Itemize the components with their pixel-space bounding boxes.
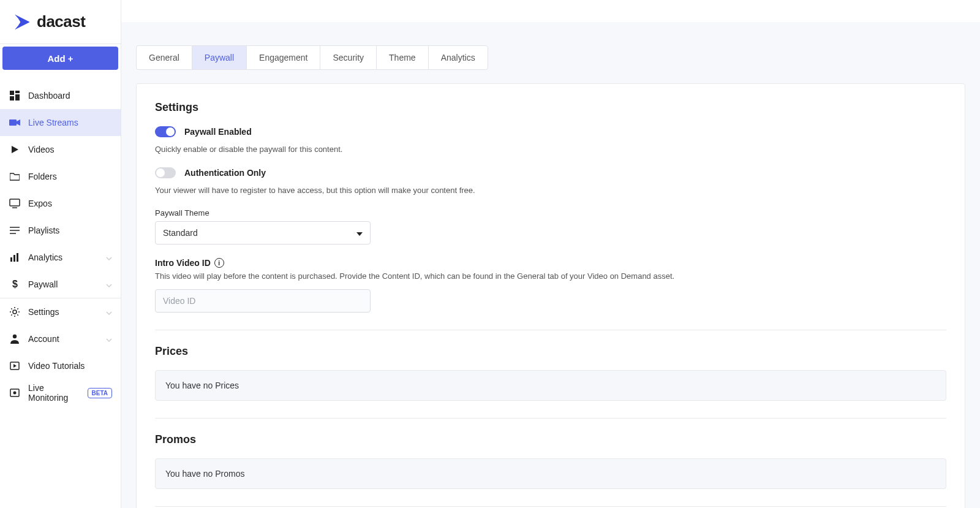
sidebar-item-folders[interactable]: Folders xyxy=(0,163,121,190)
svg-rect-0 xyxy=(10,91,14,95)
sidebar-item-settings[interactable]: Settings xyxy=(0,298,121,325)
sidebar-item-video-tutorials[interactable]: Video Tutorials xyxy=(0,352,121,379)
intro-video-input[interactable] xyxy=(155,289,371,313)
sidebar-item-label: Live Monitoring xyxy=(28,383,83,403)
sidebar-item-label: Expos xyxy=(28,199,112,208)
brand-logo[interactable]: dacast xyxy=(0,0,121,44)
sidebar-item-label: Paywall xyxy=(28,279,106,289)
auth-only-hint: Your viewer will have to register to hav… xyxy=(155,186,946,195)
sidebar-item-label: Videos xyxy=(28,145,112,154)
svg-rect-10 xyxy=(10,257,12,262)
svg-point-15 xyxy=(13,335,17,338)
tab-paywall[interactable]: Paywall xyxy=(192,46,247,69)
sidebar-item-label: Account xyxy=(28,334,106,344)
paywall-enabled-hint: Quickly enable or disable the paywall fo… xyxy=(155,145,946,154)
folder-icon xyxy=(9,170,21,183)
promos-heading: Promos xyxy=(155,433,946,446)
tab-theme[interactable]: Theme xyxy=(377,46,429,69)
sidebar-item-label: Analytics xyxy=(28,252,106,262)
svg-rect-2 xyxy=(10,96,14,100)
settings-heading: Settings xyxy=(155,101,946,114)
info-icon[interactable]: i xyxy=(214,258,224,268)
paywall-theme-label: Paywall Theme xyxy=(155,208,946,218)
live-icon xyxy=(9,387,21,399)
svg-rect-11 xyxy=(13,255,15,262)
sidebar-item-live-monitoring[interactable]: Live Monitoring BETA xyxy=(0,379,121,406)
sidebar-item-analytics[interactable]: Analytics xyxy=(0,244,121,271)
sidebar-item-videos[interactable]: Videos xyxy=(0,136,121,163)
sidebar-item-label: Settings xyxy=(28,307,106,317)
prices-empty: You have no Prices xyxy=(155,370,946,401)
svg-point-14 xyxy=(13,310,17,314)
intro-video-hint: This video will play before the content … xyxy=(155,271,946,281)
svg-rect-1 xyxy=(15,91,20,93)
chevron-down-icon xyxy=(106,252,112,262)
sidebar-item-label: Live Streams xyxy=(28,118,112,127)
sidebar-item-label: Dashboard xyxy=(28,91,112,100)
paywall-enabled-toggle[interactable] xyxy=(155,126,176,137)
sidebar-item-label: Playlists xyxy=(28,226,112,235)
sidebar-item-label: Video Tutorials xyxy=(28,361,112,371)
svg-rect-5 xyxy=(10,199,20,206)
camera-icon xyxy=(9,116,21,129)
svg-text:$: $ xyxy=(12,279,18,289)
logo-icon xyxy=(13,13,33,31)
beta-badge: BETA xyxy=(88,388,112,398)
monitor-icon xyxy=(9,197,21,210)
chevron-down-icon xyxy=(106,334,112,344)
tabs: General Paywall Engagement Security Them… xyxy=(136,45,488,70)
sidebar-item-live-streams[interactable]: Live Streams xyxy=(0,109,121,136)
brand-name: dacast xyxy=(37,12,85,31)
sidebar-item-account[interactable]: Account xyxy=(0,325,121,352)
dollar-icon: $ xyxy=(9,278,21,290)
sidebar-item-label: Folders xyxy=(28,172,112,181)
paywall-enabled-label: Paywall Enabled xyxy=(184,127,252,137)
svg-rect-3 xyxy=(15,94,20,100)
svg-point-18 xyxy=(13,392,17,395)
sidebar-item-paywall[interactable]: $ Paywall xyxy=(0,271,121,298)
gear-icon xyxy=(9,306,21,318)
promos-empty: You have no Promos xyxy=(155,458,946,489)
chevron-down-icon xyxy=(106,279,112,289)
tab-security[interactable]: Security xyxy=(320,46,377,69)
paywall-theme-select[interactable]: Standard xyxy=(155,221,371,245)
tab-engagement[interactable]: Engagement xyxy=(247,46,320,69)
add-button[interactable]: Add + xyxy=(2,47,118,70)
paywall-theme-value: Standard xyxy=(163,228,198,238)
sidebar: dacast Add + Dashboard Live Streams xyxy=(0,0,121,508)
sidebar-item-dashboard[interactable]: Dashboard xyxy=(0,82,121,109)
dashboard-icon xyxy=(9,89,21,102)
auth-only-toggle[interactable] xyxy=(155,167,176,178)
prices-heading: Prices xyxy=(155,345,946,358)
tab-general[interactable]: General xyxy=(137,46,192,69)
list-icon xyxy=(9,224,21,237)
auth-only-label: Authentication Only xyxy=(184,168,266,178)
svg-rect-4 xyxy=(9,119,17,126)
settings-panel: Settings Paywall Enabled Quickly enable … xyxy=(136,83,965,508)
sidebar-nav: Dashboard Live Streams Videos Folders xyxy=(0,82,121,406)
intro-video-label: Intro Video ID i xyxy=(155,258,946,268)
main-content: General Paywall Engagement Security Them… xyxy=(121,0,980,508)
sidebar-item-playlists[interactable]: Playlists xyxy=(0,217,121,244)
caret-down-icon xyxy=(356,228,363,238)
person-icon xyxy=(9,333,21,345)
sidebar-item-expos[interactable]: Expos xyxy=(0,190,121,217)
chevron-down-icon xyxy=(106,307,112,317)
bars-icon xyxy=(9,251,21,263)
tab-analytics[interactable]: Analytics xyxy=(429,46,488,69)
video-play-icon xyxy=(9,360,21,372)
play-icon xyxy=(9,143,21,156)
svg-rect-12 xyxy=(17,253,18,262)
